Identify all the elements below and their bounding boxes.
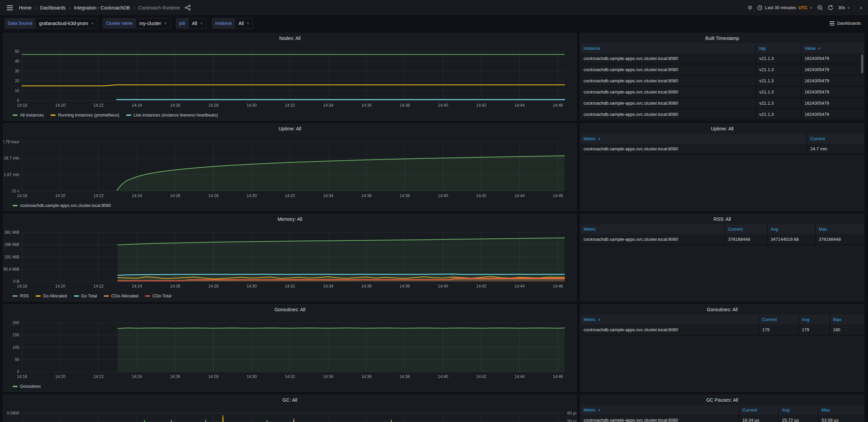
time-range-picker[interactable]: Last 30 minutes UTC ∨	[757, 5, 812, 10]
panel-title[interactable]: Uptime: All	[580, 126, 864, 131]
zoom-out-icon[interactable]	[817, 5, 823, 10]
chart-goroutines[interactable]: 14:1814:2014:2214:2414:2614:2814:3014:32…	[3, 304, 576, 392]
breadcrumb-item[interactable]: Home	[19, 5, 32, 10]
table-header-row: Metric∧CurrentAvgMax	[580, 315, 864, 324]
list-icon	[830, 21, 834, 25]
panel-title[interactable]: RSS: All	[580, 216, 864, 222]
table-cell: 347144519.68	[768, 234, 816, 245]
table-column-header[interactable]: Metric∧	[580, 315, 759, 324]
legend-item[interactable]: Goroutines	[13, 384, 41, 389]
svg-text:50 µs: 50 µs	[567, 419, 576, 422]
breadcrumb-item[interactable]: Dashboards	[40, 5, 66, 10]
table-column-header[interactable]: Current	[739, 405, 779, 415]
legend-item[interactable]: CGo Total	[145, 294, 171, 298]
table-cell: 53.58 µs	[818, 415, 864, 422]
share-icon[interactable]	[185, 5, 191, 10]
panel-uptime-table: Uptime: AllMetric∨Currentcockroachdb.sam…	[580, 123, 864, 211]
table-cell: v21.1.3	[756, 98, 802, 109]
kiosk-toggle-icon[interactable]: ∧	[860, 5, 863, 10]
menu-icon[interactable]	[5, 4, 14, 12]
table-cell: cockroachdb.sample-apps.svc.cluster.loca…	[580, 76, 756, 87]
legend-swatch-icon	[36, 295, 41, 297]
panel-rss-table: RSS: AllMetricCurrentAvgMaxcockroachdb.s…	[580, 214, 864, 301]
panel-title[interactable]: GC Pauses: All	[580, 397, 864, 403]
table-column-header[interactable]: Metric∨	[580, 134, 807, 144]
legend-item[interactable]: Go Allocated	[36, 294, 67, 298]
legend-label: Running instances (prometheus)	[58, 113, 119, 118]
table-column-header[interactable]: Max	[830, 315, 864, 324]
table-column-header[interactable]: Max	[818, 405, 864, 415]
table-column-header[interactable]: Avg	[779, 405, 818, 415]
table-row: cockroachdb.sample-apps.svc.cluster.loca…	[580, 76, 864, 87]
table-cell: 1624305479	[802, 76, 864, 87]
svg-text:14:18: 14:18	[17, 193, 27, 198]
legend-item[interactable]: Live instances (instance liveness heartb…	[126, 113, 218, 118]
svg-text:14:30: 14:30	[246, 193, 257, 198]
table-cell: 376168448	[816, 234, 864, 245]
instance-select[interactable]: All ∨	[235, 18, 253, 29]
legend-swatch-icon	[74, 295, 79, 297]
sort-asc-icon: ∧	[598, 408, 600, 412]
dashboards-button[interactable]: Dashboards	[827, 19, 864, 28]
cluster-select[interactable]: my-cluster ∨	[136, 18, 171, 29]
svg-text:14:20: 14:20	[55, 193, 65, 198]
chart-uptime[interactable]: 14:1814:2014:2214:2414:2614:2814:3014:32…	[3, 124, 576, 211]
breadcrumb-item[interactable]: Integration - CockroachDB	[74, 5, 130, 10]
legend-item[interactable]: RSS	[13, 294, 29, 298]
table-column-header[interactable]: Current	[807, 134, 864, 144]
svg-text:14:22: 14:22	[94, 103, 104, 108]
table-column-header[interactable]: tag	[756, 43, 802, 53]
svg-text:14:44: 14:44	[514, 374, 525, 379]
legend-item[interactable]: CGo Allocated	[104, 294, 138, 298]
legend-item[interactable]: cockroachdb.sample-apps.svc.cluster.loca…	[13, 203, 111, 208]
panel-title[interactable]: Goroutines: All	[580, 307, 864, 312]
svg-text:14:46: 14:46	[553, 284, 563, 289]
table-cell: v21.1.3	[756, 76, 802, 87]
refresh-icon[interactable]	[828, 5, 833, 10]
legend-item[interactable]: Go Total	[74, 294, 97, 298]
chart-gc[interactable]: 14:1814:2014:2214:2414:2614:2814:3014:32…	[3, 395, 576, 422]
table-cell: 179	[759, 324, 799, 336]
legend-item[interactable]: All instances	[13, 113, 44, 118]
table-row: cockroachdb.sample-apps.svc.cluster.loca…	[580, 53, 864, 64]
breadcrumb-separator-icon: ›	[35, 5, 37, 10]
table-header-row: Metric∨Current	[580, 134, 864, 144]
table-scrollbar[interactable]	[861, 55, 863, 73]
legend-item[interactable]: Running instances (prometheus)	[51, 113, 119, 118]
chart-nodes[interactable]: 14:1814:2014:2214:2414:2614:2814:3014:32…	[3, 33, 576, 120]
column-header-label: Current	[810, 136, 825, 141]
svg-text:14:44: 14:44	[514, 103, 525, 108]
table-column-header[interactable]: Value∨	[802, 43, 864, 53]
table-column-header[interactable]: instance	[580, 43, 756, 53]
svg-text:14:22: 14:22	[94, 374, 104, 379]
table-column-header[interactable]: Current	[759, 315, 799, 324]
table-built-timestamp: instancetagValue∨cockroachdb.sample-apps…	[580, 43, 864, 120]
table-column-header[interactable]: Avg	[799, 315, 830, 324]
var-datasource: Data Source grafanacloud-k3d-prom ∨	[4, 18, 97, 29]
svg-text:14:28: 14:28	[208, 374, 218, 379]
svg-text:14:30: 14:30	[246, 103, 257, 108]
panel-title[interactable]: Built Timestamp	[580, 36, 864, 41]
table-cell: 1624305479	[802, 64, 864, 76]
svg-text:14:18: 14:18	[17, 374, 27, 379]
table-cell: 1624305479	[802, 98, 864, 109]
table-cell: cockroachdb.sample-apps.svc.cluster.loca…	[580, 144, 807, 155]
dashboards-button-label: Dashboards	[837, 21, 861, 26]
table-column-header[interactable]: Avg	[768, 224, 816, 234]
instance-label: instance	[212, 18, 235, 29]
refresh-interval-picker[interactable]: 30s ∨	[838, 5, 850, 10]
table-column-header[interactable]: Metric∧	[580, 405, 739, 415]
svg-text:14:22: 14:22	[94, 193, 104, 198]
legend-swatch-icon	[13, 386, 18, 387]
table-row: cockroachdb.sample-apps.svc.cluster.loca…	[580, 87, 864, 98]
dashboard-settings-icon[interactable]: ⚙	[748, 5, 752, 10]
table-column-header[interactable]: Metric	[580, 224, 725, 234]
job-select[interactable]: All ∨	[189, 18, 206, 29]
datasource-select[interactable]: grafanacloud-k3d-prom ∨	[36, 18, 97, 29]
table-column-header[interactable]: Current	[725, 224, 767, 234]
svg-text:0: 0	[17, 370, 19, 374]
table-column-header[interactable]: Max	[816, 224, 864, 234]
breadcrumb-item: Cockroach Runtime	[138, 5, 180, 10]
chart-memory[interactable]: 14:1814:2014:2214:2414:2614:2814:3014:32…	[3, 214, 576, 301]
chart-legend: RSSGo AllocatedGo TotalCGo AllocatedCGo …	[13, 294, 171, 298]
